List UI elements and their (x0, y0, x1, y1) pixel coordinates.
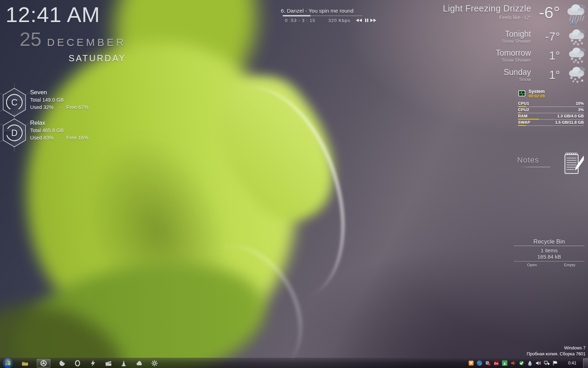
show-desktop-button[interactable] (583, 358, 588, 368)
chrome-taskbar-icon[interactable] (37, 359, 50, 368)
green-check-tray-icon[interactable] (519, 360, 524, 366)
cpu2-label: CPU2 (518, 108, 529, 112)
system-row-cpu2: CPU2 3% (518, 107, 584, 113)
vlc-cone-taskbar-icon[interactable] (120, 360, 127, 367)
forecast-label: Tomorrow (496, 48, 531, 58)
recycle-bin-title: Recycle Bin (514, 238, 584, 246)
taskbar: En µ (0, 358, 588, 368)
system-row-swap: SWAP 1.5 GB/11.8 GB (518, 120, 584, 126)
speaker-horn-tray-icon[interactable] (510, 360, 516, 366)
freezing-drizzle-icon: icy (564, 4, 587, 25)
cpu1-label: CPU1 (518, 101, 529, 105)
language-badge-text: En (494, 362, 498, 365)
firefox-taskbar-icon[interactable] (58, 360, 66, 367)
ram-value: 1.3 GB/4.0 GB (557, 114, 584, 118)
forecast-condition: Snow Shower (502, 57, 531, 63)
current-temp: -6° (539, 3, 560, 22)
notepad-icon[interactable] (564, 151, 584, 175)
cloud-taskbar-icon[interactable] (135, 360, 143, 367)
disk-usage: Used 83%-Free 16% (30, 135, 89, 141)
notes-widget[interactable]: Notes (497, 151, 588, 181)
music-player-widget: 6. Danzel - You spin me round 0 :53 - 3 … (270, 6, 378, 26)
forecast-temp: -7° (545, 30, 560, 43)
progress-fill (283, 15, 310, 16)
swap-value: 1.5 GB/11.8 GB (555, 120, 584, 124)
progress-bar[interactable] (283, 15, 362, 16)
taskbar-clock[interactable]: 0:41 (562, 361, 582, 366)
notes-underline (519, 167, 550, 167)
current-feels-like: Feels like -12° (499, 15, 531, 20)
system-row-ram: RAM 1.3 GB/4.0 GB (518, 113, 584, 120)
disk-widget-c[interactable]: C Seven Total 149.0 GB Used 32%-Free 67% (1, 88, 89, 117)
disk-usage-separator: - (59, 135, 61, 141)
forecast-condition: Snow (519, 77, 531, 82)
disk-name: Seven (30, 89, 89, 96)
clock-date-row: 25 DECEMBER (20, 28, 132, 50)
disk-info: Seven Total 149.0 GB Used 32%-Free 67% (30, 88, 89, 117)
snow-icon (566, 66, 587, 83)
lightning-taskbar-icon[interactable] (89, 360, 97, 367)
system-row-cpu1: CPU1 10% (518, 101, 584, 107)
clock-time: 12:41 AM (6, 2, 132, 27)
forecast-label: Sunday (504, 68, 531, 77)
media-play-tray-icon[interactable] (468, 360, 474, 366)
network-tray-icon[interactable] (544, 360, 550, 366)
recycle-open-button[interactable]: Open (527, 263, 537, 267)
cpu2-value: 3% (578, 108, 584, 112)
disk-total: Total 465.8 GB (30, 128, 89, 133)
system-uptime: 00:02:09 (528, 94, 545, 98)
snow-shower-icon (566, 29, 587, 46)
pause-button[interactable] (365, 19, 368, 22)
globe-network-tray-icon[interactable] (477, 360, 482, 366)
clock-month: DECEMBER (47, 36, 126, 48)
forecast-condition: Snow Shower (502, 39, 531, 44)
rainmeter-drop-tray-icon[interactable] (527, 360, 533, 366)
disk-name: Relax (30, 120, 89, 127)
start-button[interactable] (3, 358, 13, 368)
disk-free: Free 16% (66, 135, 89, 141)
disk-info: Relax Total 465.8 GB Used 83%-Free 16% (30, 118, 89, 148)
forecast-temp: 1° (549, 68, 560, 82)
system-monitor-widget: System 00:02:09 CPU1 10% CPU2 3% RAM 1.3… (518, 89, 584, 126)
watermark-line2: Пробная копия. Сборка 7601 (527, 351, 586, 357)
svg-text:icy: icy (570, 20, 578, 25)
weather-widget[interactable]: Light Freezing Drizzle Feels like -12° -… (434, 2, 588, 83)
disk-usage: Used 32%-Free 67% (30, 104, 89, 110)
language-en-tray-icon[interactable]: En (493, 360, 499, 366)
desktop: 12:41 AM 25 DECEMBER SATURDAY C Seven To… (0, 0, 588, 368)
disk-hexagon-icon[interactable]: C (1, 88, 27, 117)
system-monitor-icon (518, 90, 526, 97)
forward-button[interactable] (370, 19, 376, 22)
disk-widget-d[interactable]: D Relax Total 465.8 GB Used 83%-Free 16% (1, 118, 89, 148)
recycle-empty-button[interactable]: Empty (564, 263, 575, 267)
system-header: System 00:02:09 (518, 89, 584, 98)
player-controls[interactable] (356, 18, 376, 22)
disk-free: Free 67% (66, 104, 89, 110)
device-red-badge-tray-icon[interactable] (485, 360, 491, 366)
explorer-taskbar-icon[interactable] (21, 360, 29, 367)
svg-text:µ: µ (504, 361, 506, 365)
utorrent-tray-icon[interactable]: µ (502, 360, 507, 366)
disk-used: Used 83% (30, 135, 54, 141)
action-center-flag-tray-icon[interactable] (552, 360, 558, 366)
taskbar-apps (21, 359, 158, 368)
clapperboard-taskbar-icon[interactable] (105, 360, 112, 367)
volume-tray-icon[interactable] (536, 360, 541, 366)
rewind-button[interactable] (356, 19, 362, 22)
windows-watermark: Windows 7 Пробная копия. Сборка 7601 (527, 345, 586, 357)
swap-bar (518, 125, 526, 126)
clock-weekday: SATURDAY (69, 53, 132, 63)
swap-label: SWAP (518, 120, 530, 124)
recycle-bin-widget[interactable]: Recycle Bin 1 items 165.84 kB Open Empty (514, 238, 584, 267)
track-time: 0 :53 - 3 : 15 (285, 18, 315, 23)
snowflake-taskbar-icon[interactable] (151, 360, 158, 367)
disk-letter: C (11, 97, 18, 107)
opera-taskbar-icon[interactable] (74, 360, 81, 367)
recycle-bin-count: 1 items (514, 247, 584, 253)
disk-hexagon-icon[interactable]: D (1, 118, 27, 148)
track-bitrate: 320 Kbps (328, 18, 350, 23)
windows-logo-icon (5, 361, 11, 366)
cpu1-value: 10% (576, 101, 584, 105)
snow-shower-icon (566, 47, 587, 64)
disk-used: Used 32% (30, 104, 54, 110)
